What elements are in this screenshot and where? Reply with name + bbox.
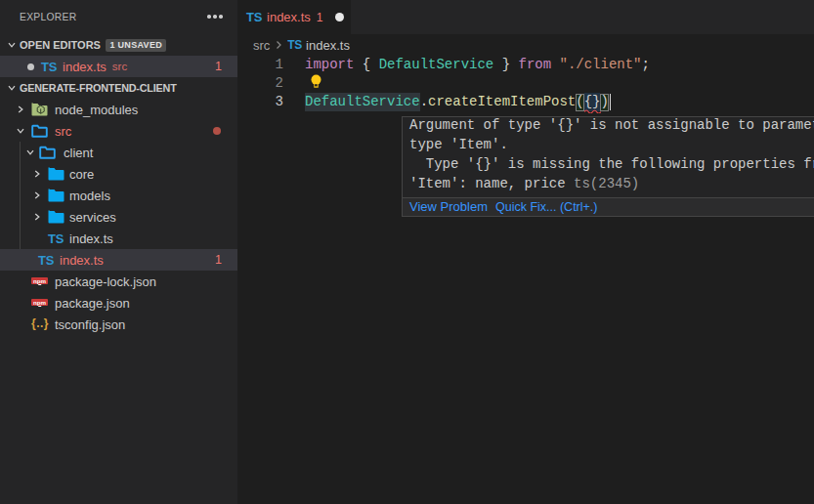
svg-text:npm: npm (33, 277, 47, 284)
svg-text:npm: npm (33, 299, 47, 306)
